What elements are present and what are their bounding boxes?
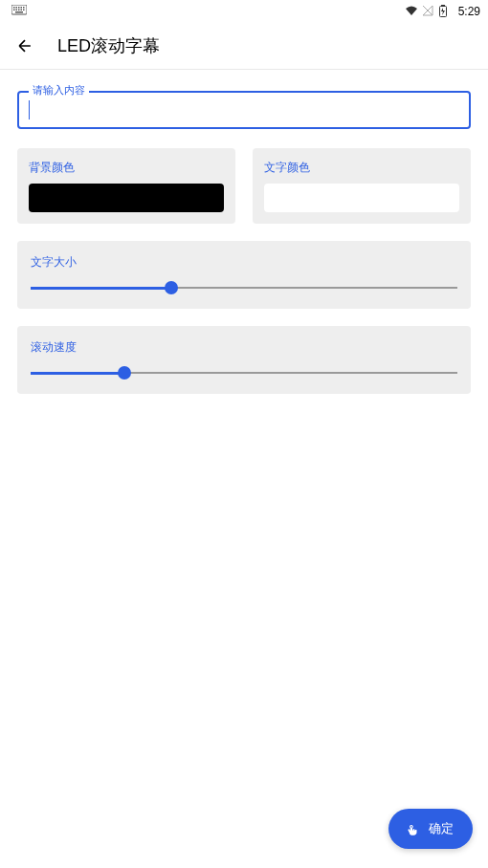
font-size-label: 文字大小 <box>31 254 457 271</box>
svg-rect-10 <box>23 9 25 11</box>
slider-thumb[interactable] <box>165 281 178 294</box>
scroll-speed-card: 滚动速度 <box>17 326 471 394</box>
svg-rect-2 <box>16 7 18 9</box>
svg-rect-11 <box>15 11 23 13</box>
app-bar: LED滚动字幕 <box>0 23 488 69</box>
confirm-button[interactable]: 确定 <box>388 809 473 849</box>
svg-rect-6 <box>13 9 15 11</box>
page-title: LED滚动字幕 <box>57 34 160 57</box>
slider-fill <box>31 287 171 290</box>
scroll-speed-slider[interactable] <box>31 369 457 377</box>
battery-icon <box>439 5 453 18</box>
wifi-icon <box>405 5 418 18</box>
scroll-speed-label: 滚动速度 <box>31 339 457 356</box>
text-color-card: 文字颜色 <box>253 148 471 224</box>
content-input-container: 请输入内容 <box>17 91 471 129</box>
status-time: 5:29 <box>458 5 480 18</box>
svg-rect-9 <box>21 9 23 11</box>
text-color-label: 文字颜色 <box>264 160 459 176</box>
svg-rect-5 <box>23 7 25 9</box>
content-input-label: 请输入内容 <box>29 83 89 98</box>
svg-rect-7 <box>16 9 18 11</box>
divider <box>0 69 488 70</box>
content: 请输入内容 背景颜色 文字颜色 文字大小 滚动速度 <box>0 91 488 394</box>
svg-rect-14 <box>441 5 444 7</box>
svg-rect-8 <box>18 9 20 11</box>
background-color-swatch[interactable] <box>29 184 224 212</box>
svg-rect-1 <box>13 7 15 9</box>
text-color-swatch[interactable] <box>264 184 459 212</box>
keyboard-icon <box>11 5 27 19</box>
color-row: 背景颜色 文字颜色 <box>17 148 471 224</box>
font-size-slider[interactable] <box>31 284 457 292</box>
background-color-label: 背景颜色 <box>29 160 224 176</box>
confirm-button-label: 确定 <box>429 820 454 837</box>
signal-icon <box>422 5 435 18</box>
back-button[interactable] <box>15 36 34 55</box>
slider-fill <box>31 372 124 375</box>
text-cursor <box>29 100 30 119</box>
background-color-card: 背景颜色 <box>17 148 235 224</box>
touch-icon <box>404 820 421 837</box>
svg-rect-3 <box>18 7 20 9</box>
status-bar: 5:29 <box>0 0 488 23</box>
font-size-card: 文字大小 <box>17 241 471 309</box>
svg-rect-4 <box>21 7 23 9</box>
slider-thumb[interactable] <box>118 366 131 380</box>
